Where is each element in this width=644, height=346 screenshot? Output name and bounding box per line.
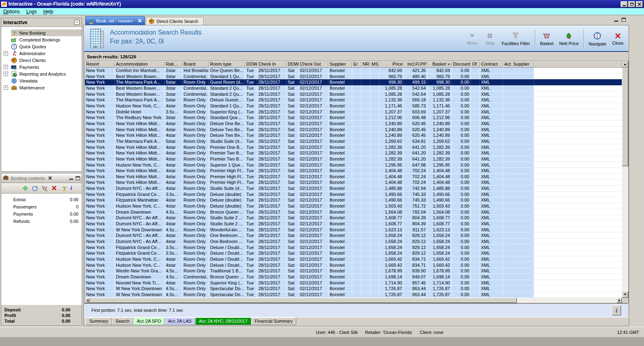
bottom-tab-financial-summary[interactable]: Financial Summary xyxy=(251,317,296,325)
table-row[interactable]: New YorkNew York Hilton Midt...4starRoom… xyxy=(85,127,622,133)
panel-minimize-icon[interactable] xyxy=(614,21,618,22)
expand-toggle-icon[interactable]: + xyxy=(4,85,8,90)
table-row[interactable]: New YorkDream Downtown4.5s...Room OnlyBr… xyxy=(85,209,622,215)
table-row[interactable]: New YorkNew York Hilton Midt...4starRoom… xyxy=(85,179,622,185)
menu-options[interactable]: Options xyxy=(3,9,20,14)
column-header-act-supplier[interactable]: Act. Supplier xyxy=(503,61,534,68)
column-header-ms[interactable]: MS xyxy=(370,61,380,68)
column-header-discount[interactable]: Discount xyxy=(452,61,471,68)
doc-tab-direct-clients-search[interactable]: Direct Clients Search xyxy=(146,17,204,25)
scroll-down-button[interactable] xyxy=(622,291,628,298)
table-row[interactable]: New YorkNew York Hilton Midt...4starRoom… xyxy=(85,156,622,162)
table-row[interactable]: New YorkFitzpatrick Grand Ce...3.5s...Ro… xyxy=(85,192,622,198)
table-row[interactable]: New YorkThe Redbury New York3starRoom On… xyxy=(85,115,622,121)
tab-close-icon[interactable] xyxy=(138,19,142,23)
table-row[interactable]: New YorkThe Marmara Park A...5starRoom O… xyxy=(85,138,622,144)
expand-toggle-icon[interactable]: + xyxy=(4,72,8,76)
scroll-up-button[interactable] xyxy=(622,61,628,68)
palm-tree-button[interactable] xyxy=(61,185,67,192)
column-header-incl-fl-pp[interactable]: Incl.Fl.PP xyxy=(404,61,427,68)
column-header-er[interactable]: Er xyxy=(352,61,361,68)
table-row[interactable]: New YorkBest Western Bower...3starContin… xyxy=(85,91,622,97)
horizontal-scroll-thumb[interactable] xyxy=(90,298,517,303)
booking-contents-tab[interactable]: Booking contents xyxy=(3,175,52,181)
cart-arrow-button[interactable] xyxy=(41,185,48,192)
table-row[interactable]: New YorkFitzpatrick Manhattan4starRoom O… xyxy=(85,197,622,203)
menu-logs[interactable]: Logs xyxy=(26,9,37,14)
bottom-tab-summary[interactable]: Summary xyxy=(86,317,112,325)
table-row[interactable]: New YorkDream Downtown4.5s...Continental… xyxy=(85,274,622,280)
bottom-tab-acc-2a-nyc-28-11-2017[interactable]: Acc 2A NYC; 28/11/2017 xyxy=(195,317,251,325)
sidebar-item-quick-quotes[interactable]: Quick Quotes xyxy=(1,43,82,50)
sidebar-item-payments[interactable]: +$Payments xyxy=(1,64,82,70)
table-row[interactable]: New YorkNew York Hilton Midt...4starRoom… xyxy=(85,150,622,156)
column-header-dow[interactable]: DOW xyxy=(245,61,257,68)
bottom-tab-search[interactable]: Search xyxy=(112,317,133,325)
table-row[interactable]: New YorkThe Marmara Park A...5starRoom O… xyxy=(85,97,622,103)
column-header-of[interactable]: Of xyxy=(471,61,480,68)
table-row[interactable]: New YorkW New York Downtown4.5s...Room O… xyxy=(85,292,622,298)
table-row[interactable]: New YorkNew York Hilton Midt...4starRoom… xyxy=(85,174,622,180)
column-header-nr[interactable]: NR xyxy=(361,61,370,68)
sidebar-collapse-button[interactable]: − xyxy=(74,20,80,25)
horizontal-scrollbar[interactable] xyxy=(85,298,622,303)
sidebar-item-completed-bookings[interactable]: Completed Bookings xyxy=(1,36,82,43)
vertical-scroll-thumb[interactable] xyxy=(622,68,628,166)
bottom-tab-acc-2a-las[interactable]: Acc 2A LAS xyxy=(165,317,195,325)
facilities-filter-button[interactable]: Facilities Filter xyxy=(499,28,533,49)
table-row[interactable]: New YorkW New York Downtown4.5s...Room O… xyxy=(85,227,622,233)
column-header-dow[interactable]: DOW xyxy=(287,61,299,68)
column-header-check-out[interactable]: Check Out xyxy=(299,61,328,68)
column-header-contract[interactable]: Contract xyxy=(480,61,503,68)
basket-button[interactable]: Basket xyxy=(537,28,557,49)
vertical-scrollbar[interactable] xyxy=(622,61,628,298)
column-header-check-in[interactable]: Check In xyxy=(257,61,287,68)
table-row[interactable]: New YorkThe Marmara Park A...5starRoom O… xyxy=(85,79,622,85)
sidebar-item-administrator[interactable]: +Administrator xyxy=(1,50,82,57)
table-row[interactable]: New YorkNew York Hilton Midt...4starRoom… xyxy=(85,168,622,174)
column-header-accommodation[interactable]: Accommodation xyxy=(115,61,165,68)
add-button[interactable] xyxy=(22,185,29,192)
menu-help[interactable]: Help xyxy=(43,9,53,14)
column-header-supplier[interactable]: Supplier xyxy=(328,61,352,68)
table-row[interactable]: New YorkDumont NYC - An Aff...4starRoom … xyxy=(85,221,622,227)
table-row[interactable]: New YorkNovotel New York Ti...4starRoom … xyxy=(85,280,622,286)
table-row[interactable]: New YorkHudson New York, C...4starRoom O… xyxy=(85,203,622,209)
close-window-button[interactable] xyxy=(636,1,643,7)
sidebar-item-maintenance[interactable]: +Maintenance xyxy=(1,84,82,91)
table-row[interactable]: New YorkBest Western Bower...3starContin… xyxy=(85,74,622,80)
info-button[interactable]: i xyxy=(612,305,621,315)
booking-panel-maximize-icon[interactable] xyxy=(76,176,80,180)
sidebar-item-reporting-and-analytics[interactable]: +Reporting and Analytics xyxy=(1,70,82,77)
column-header-rati[interactable]: Rati... xyxy=(165,61,182,68)
table-row[interactable]: New YorkWestin New York Gra...4.5s...Roo… xyxy=(85,268,622,274)
info-button[interactable]: i xyxy=(70,185,77,192)
table-row[interactable]: New YorkNew York Hilton Midt...4starRoom… xyxy=(85,132,622,138)
column-header-room-type[interactable]: Room type xyxy=(209,61,245,68)
table-row[interactable]: New YorkHudson New York, C...4starRoom O… xyxy=(85,262,622,268)
refresh-clock-button[interactable] xyxy=(32,185,38,192)
table-row[interactable]: New YorkNew York Hilton Midt...4starRoom… xyxy=(85,144,622,150)
minimize-button[interactable] xyxy=(621,1,627,7)
table-row[interactable]: New YorkW New York Downtown4.5s...Room O… xyxy=(85,286,622,292)
panel-maximize-icon[interactable] xyxy=(621,18,626,22)
table-row[interactable]: New YorkHudson New York, C...4starRoom O… xyxy=(85,256,622,262)
column-header-resort[interactable]: Resort xyxy=(85,61,115,68)
delete-x-button[interactable] xyxy=(51,185,58,192)
sidebar-item-viewdata[interactable]: Viewdata xyxy=(1,77,82,84)
sidebar-item-direct-clients[interactable]: Direct Clients xyxy=(1,57,82,64)
table-row[interactable]: New YorkFitzpatrick Grand Ce...3.5s...Ro… xyxy=(85,245,622,251)
doc-tab-book-ref-none[interactable]: Book. ref.: <none> xyxy=(85,16,145,25)
sidebar-item-new-booking[interactable]: New Booking xyxy=(1,29,82,36)
table-row[interactable]: New YorkComfort Inn Manhatt...2starHot B… xyxy=(85,68,622,74)
navigate-button[interactable]: Navigate xyxy=(586,28,609,49)
close-button[interactable]: Close xyxy=(609,28,627,49)
table-row[interactable]: New YorkHudson New York, C...4starRoom O… xyxy=(85,103,622,109)
bottom-tab-acc-2a-sfo[interactable]: Acc 2A SFO xyxy=(133,317,165,325)
column-header-board[interactable]: Board xyxy=(182,61,209,68)
column-header-price[interactable]: Price xyxy=(380,61,404,68)
table-row[interactable]: New YorkNew York Hilton Midt...4starRoom… xyxy=(85,121,622,127)
expand-toggle-icon[interactable]: + xyxy=(4,51,8,56)
booking-contents-close-icon[interactable] xyxy=(48,176,52,180)
table-row[interactable]: New YorkDumont NYC - An Aff...4starRoom … xyxy=(85,233,622,239)
